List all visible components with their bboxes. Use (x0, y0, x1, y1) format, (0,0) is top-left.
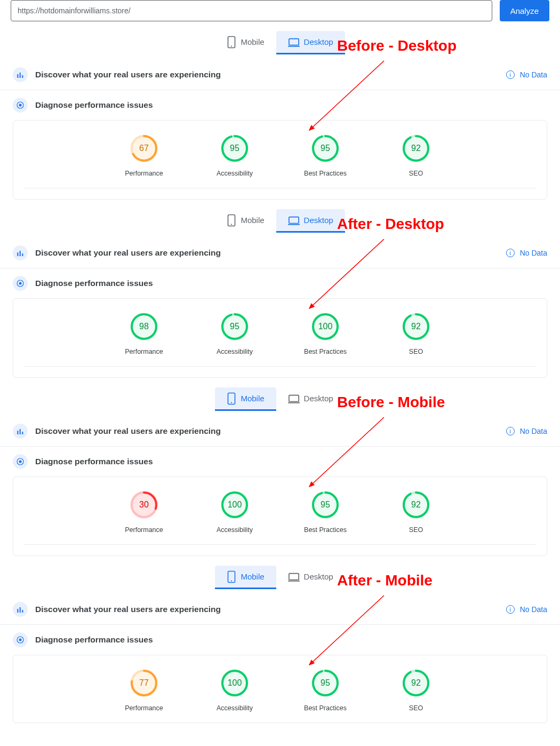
section-diagnose-title: Diagnose performance issues (35, 100, 153, 110)
desktop-icon (288, 571, 300, 583)
svg-point-23 (231, 224, 232, 225)
svg-rect-5 (17, 74, 19, 78)
score-gauge: 67 Performance (117, 134, 171, 177)
tab-mobile[interactable]: Mobile (215, 566, 276, 589)
url-input[interactable] (11, 0, 492, 21)
no-data-indicator[interactable]: i No Data (506, 605, 547, 614)
score-value: 100 (221, 491, 249, 519)
score-label: Accessibility (217, 348, 253, 355)
score-value: 95 (221, 134, 249, 162)
info-icon: i (506, 249, 515, 257)
score-label: Best Practices (304, 704, 347, 712)
score-value: 100 (311, 313, 339, 340)
score-label: Performance (125, 704, 163, 712)
users-icon (13, 602, 28, 617)
score-value: 67 (130, 134, 158, 162)
tab-desktop-label: Desktop (304, 572, 333, 581)
svg-rect-24 (289, 217, 298, 223)
score-gauge: 30 Performance (117, 491, 171, 534)
score-label: Performance (125, 348, 163, 355)
svg-rect-50 (20, 429, 21, 434)
section-diagnose: Diagnose performance issues (0, 90, 560, 120)
tab-desktop[interactable]: Desktop (276, 566, 345, 589)
score-label: Performance (125, 526, 163, 534)
no-data-indicator[interactable]: i No Data (506, 427, 547, 435)
score-label: Best Practices (304, 526, 347, 534)
tab-desktop[interactable]: Desktop (276, 209, 345, 233)
score-value: 92 (402, 134, 430, 162)
svg-rect-27 (17, 252, 19, 256)
score-value: 92 (402, 491, 430, 519)
svg-rect-29 (22, 253, 23, 256)
score-gauge: 100 Accessibility (208, 669, 261, 712)
tab-mobile[interactable]: Mobile (215, 387, 276, 411)
score-value: 95 (221, 313, 249, 340)
score-label: Accessibility (217, 170, 253, 177)
svg-rect-68 (289, 573, 298, 580)
tab-desktop[interactable]: Desktop (276, 31, 345, 54)
section-discover: Discover what your real users are experi… (0, 594, 560, 625)
score-label: Best Practices (304, 348, 347, 355)
section-diagnose-title: Diagnose performance issues (35, 457, 153, 466)
svg-point-1 (231, 45, 232, 46)
score-gauge: 92 SEO (389, 491, 443, 534)
svg-rect-7 (22, 75, 23, 78)
score-gauge: 100 Accessibility (208, 491, 261, 534)
score-gauge: 100 Best Practices (299, 313, 352, 355)
score-gauge: 95 Best Practices (299, 669, 352, 712)
users-icon (13, 245, 28, 260)
info-icon: i (506, 605, 515, 614)
score-label: Accessibility (217, 704, 253, 712)
diagnose-icon (13, 454, 28, 469)
svg-point-53 (19, 461, 22, 463)
mobile-icon (227, 392, 236, 405)
score-value: 95 (311, 134, 339, 162)
mobile-icon (227, 570, 236, 583)
score-label: SEO (409, 348, 423, 355)
no-data-label: No Data (520, 427, 547, 435)
analyze-button[interactable]: Analyze (500, 0, 549, 21)
users-icon (13, 424, 28, 439)
score-value: 92 (402, 669, 430, 697)
section-diagnose-title: Diagnose performance issues (35, 279, 153, 288)
section-discover: Discover what your real users are experi… (0, 60, 560, 90)
score-label: Performance (125, 170, 163, 177)
score-value: 92 (402, 313, 430, 340)
section-discover-title: Discover what your real users are experi… (35, 248, 221, 258)
tab-desktop[interactable]: Desktop (276, 387, 345, 411)
score-gauge: 95 Accessibility (208, 313, 261, 355)
svg-rect-46 (289, 395, 298, 401)
score-gauge: 92 SEO (389, 669, 443, 712)
score-gauge: 92 SEO (389, 134, 443, 177)
users-icon (13, 67, 28, 82)
svg-rect-49 (17, 431, 19, 434)
diagnose-icon (13, 632, 28, 647)
svg-rect-71 (17, 609, 19, 613)
no-data-indicator[interactable]: i No Data (506, 70, 547, 79)
score-value: 95 (311, 669, 339, 697)
score-gauge: 92 SEO (389, 313, 443, 355)
no-data-label: No Data (520, 605, 547, 614)
score-gauge: 98 Performance (117, 313, 171, 355)
no-data-label: No Data (520, 249, 547, 257)
no-data-indicator[interactable]: i No Data (506, 249, 547, 257)
score-value: 30 (130, 491, 158, 519)
score-label: Best Practices (304, 170, 347, 177)
tab-mobile[interactable]: Mobile (215, 209, 276, 233)
svg-point-9 (19, 104, 22, 107)
tab-mobile-label: Mobile (241, 394, 264, 403)
svg-rect-6 (20, 73, 21, 78)
score-label: SEO (409, 170, 423, 177)
tab-mobile-label: Mobile (241, 572, 264, 581)
tab-mobile-label: Mobile (241, 216, 264, 225)
diagnose-icon (13, 98, 28, 113)
section-diagnose: Diagnose performance issues (0, 447, 560, 477)
score-value: 98 (130, 313, 158, 340)
diagnose-icon (13, 276, 28, 291)
score-value: 95 (311, 491, 339, 519)
svg-rect-73 (22, 610, 23, 613)
svg-point-31 (19, 282, 22, 285)
info-icon: i (506, 427, 515, 435)
tab-mobile[interactable]: Mobile (215, 31, 276, 54)
score-value: 100 (221, 669, 249, 697)
